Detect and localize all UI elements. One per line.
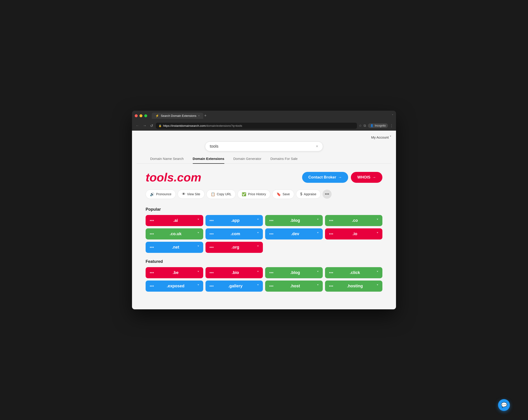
domain-expand-icon[interactable]: ˅: [257, 232, 259, 236]
new-tab-button[interactable]: +: [204, 113, 207, 118]
my-account-label: My Account: [371, 135, 389, 139]
tab-domain-name-search[interactable]: Domain Name Search: [150, 157, 184, 164]
domain-dots: •••: [210, 245, 214, 250]
domain-ext: .net: [154, 245, 197, 250]
more-options-button[interactable]: •••: [323, 190, 332, 199]
popular-domain-item[interactable]: ••• .com ˅: [205, 228, 263, 240]
popular-domain-item[interactable]: ••• .blog ˅: [265, 215, 323, 226]
featured-title: Featured: [146, 259, 382, 264]
popular-domain-item[interactable]: ••• .co.uk ˅: [146, 228, 203, 240]
view-site-button[interactable]: 👁 View Site: [178, 190, 204, 199]
popular-domain-item[interactable]: ••• .app ˅: [205, 215, 263, 226]
page-content: My Account ˅ tools × Domain Name Search …: [132, 131, 396, 309]
domain-dots: •••: [210, 218, 214, 223]
my-account-chevron: ˅: [390, 135, 391, 139]
tab-domains-for-sale[interactable]: Domains For Sale: [270, 157, 298, 164]
close-window-button[interactable]: [135, 114, 138, 117]
featured-grid: ••• .be ˅ ••• .bio ˅ ••• .blog ˅ ••• .cl…: [146, 267, 382, 292]
appraise-button[interactable]: $ Appraise: [296, 190, 321, 199]
domain-ext: .app: [214, 218, 257, 223]
domain-ext: .click: [333, 270, 376, 275]
whois-label: WHOIS: [357, 175, 370, 180]
refresh-button[interactable]: ↺: [149, 123, 154, 129]
incognito-icon: 👤: [370, 124, 373, 127]
my-account-button[interactable]: My Account ˅: [371, 135, 391, 139]
tab-list-chevron[interactable]: ˅: [392, 114, 393, 117]
maximize-window-button[interactable]: [144, 114, 147, 117]
domain-expand-icon[interactable]: ˅: [257, 218, 259, 223]
domain-dots: •••: [150, 231, 154, 236]
popular-domain-item[interactable]: ••• .ai ˅: [146, 215, 203, 226]
price-history-button[interactable]: ✅ Price History: [238, 190, 270, 199]
domain-expand-icon[interactable]: ˅: [197, 284, 199, 288]
minimize-window-button[interactable]: [140, 114, 143, 117]
copy-url-button[interactable]: 📋 Copy URL: [206, 190, 236, 199]
domain-expand-icon[interactable]: ˅: [317, 232, 319, 236]
tab-favicon: ⚡: [155, 114, 159, 118]
save-button[interactable]: 🔖 Save: [272, 190, 294, 199]
incognito-button[interactable]: 👤 Incognito: [368, 123, 388, 128]
domain-dots: •••: [269, 270, 274, 275]
domain-expand-icon[interactable]: ˅: [197, 245, 199, 250]
domain-dots: •••: [329, 270, 333, 275]
pronounce-button[interactable]: 🔊 Pronounce: [146, 190, 176, 199]
split-view-button[interactable]: ⧉: [364, 124, 366, 128]
featured-domain-item[interactable]: ••• .blog ˅: [265, 267, 323, 278]
active-tab[interactable]: ⚡ Search Domain Extensions ×: [152, 113, 203, 119]
forward-button[interactable]: →: [142, 123, 147, 129]
featured-domain-item[interactable]: ••• .exposed ˅: [146, 280, 203, 292]
tab-domain-extensions[interactable]: Domain Extensions: [193, 157, 224, 164]
popular-grid: ••• .ai ˅ ••• .app ˅ ••• .blog ˅ ••• .co…: [146, 215, 382, 253]
domain-action-buttons: Contact Broker → WHOIS →: [302, 172, 382, 183]
clear-search-button[interactable]: ×: [316, 144, 318, 149]
search-bar: tools ×: [205, 142, 323, 151]
browser-menu-button[interactable]: ⋮: [390, 124, 393, 128]
contact-broker-button[interactable]: Contact Broker →: [302, 172, 348, 183]
domain-expand-icon[interactable]: ˅: [376, 271, 378, 275]
bookmark-button[interactable]: ☆: [359, 124, 362, 128]
popular-domain-item[interactable]: ••• .co ˅: [325, 215, 383, 226]
domain-expand-icon[interactable]: ˅: [257, 271, 259, 275]
domain-expand-icon[interactable]: ˅: [197, 232, 199, 236]
domain-dots: •••: [210, 231, 214, 236]
featured-domain-item[interactable]: ••• .bio ˅: [205, 267, 263, 278]
domain-expand-icon[interactable]: ˅: [317, 271, 319, 275]
featured-domain-item[interactable]: ••• .host ˅: [265, 280, 323, 292]
domain-expand-icon[interactable]: ˅: [376, 218, 378, 223]
domain-dots: •••: [150, 270, 154, 275]
tab-close-button[interactable]: ×: [198, 114, 200, 117]
popular-domain-item[interactable]: ••• .io ˅: [325, 228, 383, 240]
popular-domain-item[interactable]: ••• .net ˅: [146, 242, 203, 253]
domain-expand-icon[interactable]: ˅: [257, 245, 259, 250]
domain-expand-icon[interactable]: ˅: [376, 284, 378, 288]
domain-expand-icon[interactable]: ˅: [257, 284, 259, 288]
whois-button[interactable]: WHOIS →: [351, 172, 382, 183]
chat-bubble-button[interactable]: 💬: [498, 399, 510, 411]
domain-ext: .blog: [274, 218, 317, 223]
tab-domain-generator[interactable]: Domain Generator: [233, 157, 261, 164]
lock-icon: 🔒: [158, 124, 162, 127]
featured-domain-item[interactable]: ••• .be ˅: [146, 267, 203, 278]
domain-ext: .dev: [274, 231, 317, 236]
featured-domain-item[interactable]: ••• .click ˅: [325, 267, 383, 278]
domain-expand-icon[interactable]: ˅: [317, 218, 319, 223]
domain-dots: •••: [269, 284, 274, 288]
featured-domain-item[interactable]: ••• .gallery ˅: [205, 280, 263, 292]
domain-expand-icon[interactable]: ˅: [197, 271, 199, 275]
domain-ext: .gallery: [214, 284, 257, 288]
back-button[interactable]: ←: [135, 123, 140, 129]
domain-expand-icon[interactable]: ˅: [317, 284, 319, 288]
contact-broker-arrow: →: [338, 175, 342, 180]
tab-title: Search Domain Extensions: [161, 114, 196, 118]
popular-domain-item[interactable]: ••• .dev ˅: [265, 228, 323, 240]
domain-expand-icon[interactable]: ˅: [197, 218, 199, 223]
address-input[interactable]: 🔒 https://instantdomainsearch.com/domain…: [156, 123, 357, 129]
domain-dots: •••: [210, 284, 214, 288]
chat-icon: 💬: [501, 402, 507, 408]
featured-domain-item[interactable]: ••• .hosting ˅: [325, 280, 383, 292]
address-bar: ← → ↺ 🔒 https://instantdomainsearch.com/…: [132, 121, 396, 131]
domain-ext: .io: [333, 231, 376, 236]
search-input[interactable]: tools: [210, 144, 316, 149]
popular-domain-item[interactable]: ••• .org ˅: [205, 242, 263, 253]
domain-expand-icon[interactable]: ˅: [376, 232, 378, 236]
